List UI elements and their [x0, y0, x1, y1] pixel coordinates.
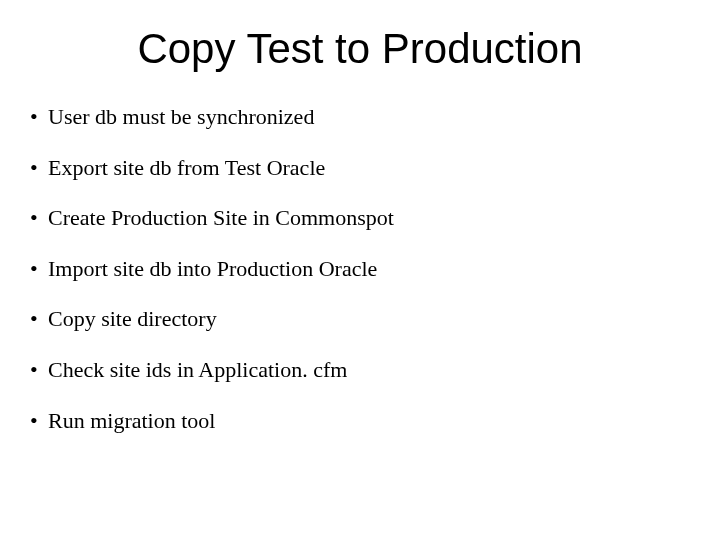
- list-item: Check site ids in Application. cfm: [30, 356, 690, 385]
- bullet-list: User db must be synchronized Export site…: [30, 103, 690, 435]
- list-item: Import site db into Production Oracle: [30, 255, 690, 284]
- slide-title: Copy Test to Production: [30, 25, 690, 73]
- list-item: User db must be synchronized: [30, 103, 690, 132]
- list-item: Copy site directory: [30, 305, 690, 334]
- list-item: Run migration tool: [30, 407, 690, 436]
- list-item: Export site db from Test Oracle: [30, 154, 690, 183]
- list-item: Create Production Site in Commonspot: [30, 204, 690, 233]
